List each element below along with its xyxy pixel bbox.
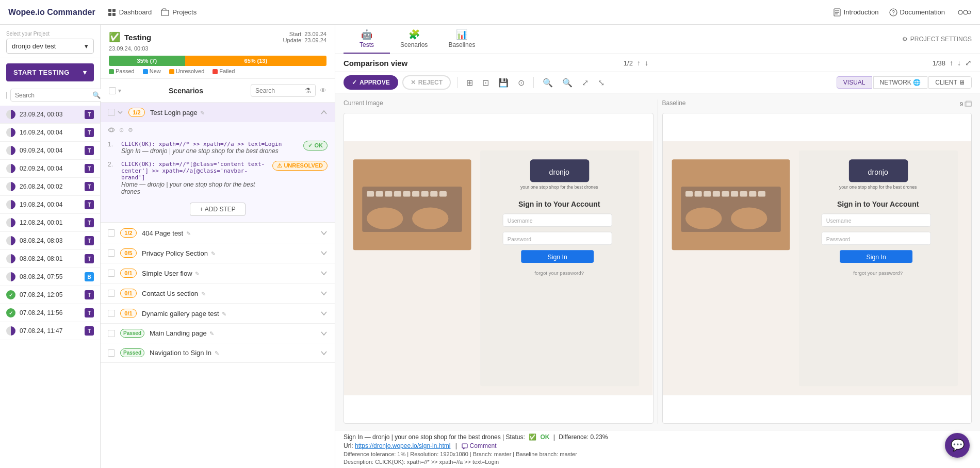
comment-icon bbox=[462, 443, 468, 449]
reject-button[interactable]: ✕ REJECT bbox=[402, 75, 451, 90]
scenarios-toolbar: ▾ Scenarios ⚗ 👁 bbox=[101, 79, 335, 103]
middle-panel: ✅ Testing Start: 23.09.24 Update: 23.09.… bbox=[101, 25, 335, 468]
run-item[interactable]: 19.08.24, 00:04 T bbox=[0, 196, 100, 214]
svg-point-55 bbox=[685, 208, 722, 229]
pagination-prev-icon[interactable]: ↑ bbox=[637, 59, 641, 67]
scenario-header-userflow[interactable]: 0/1 Simple User flow ✎ bbox=[101, 263, 335, 283]
chevron-down-icon bbox=[320, 270, 328, 277]
run-badge-t: T bbox=[85, 308, 94, 317]
baseline-header: Baseline 9 bbox=[662, 99, 972, 109]
sidebar-search-input[interactable] bbox=[15, 92, 92, 99]
svg-rect-54 bbox=[758, 191, 765, 197]
run-item[interactable]: 07.08.24, 11:56 T bbox=[0, 304, 100, 322]
save-icon-btn[interactable]: 💾 bbox=[496, 77, 511, 89]
scenario-header-login[interactable]: 1/2 Test Login page ✎ bbox=[101, 103, 335, 122]
run-item[interactable]: 07.08.24, 12:05 T bbox=[0, 286, 100, 304]
project-select-value: dronjo dev test bbox=[12, 42, 56, 50]
scenario-checkbox[interactable] bbox=[108, 310, 115, 317]
scenario-header-gallery[interactable]: 0/1 Dynamic gallery page test ✎ bbox=[101, 304, 335, 323]
scenarios-checkbox[interactable] bbox=[109, 87, 116, 94]
zoom-out-btn[interactable]: 🔍 bbox=[560, 77, 575, 89]
status-url-link[interactable]: https://dronjo.wopee.io/sign-in.html bbox=[355, 442, 450, 449]
filter-icon[interactable]: ⚗ bbox=[305, 87, 311, 94]
scenario-header-privacy[interactable]: 0/5 Privacy Policy Section ✎ bbox=[101, 243, 335, 263]
scenario-checkbox[interactable] bbox=[108, 290, 115, 297]
nav-dashboard[interactable]: Dashboard bbox=[108, 8, 152, 16]
scenario-checkbox[interactable] bbox=[108, 229, 115, 237]
logo: Wopee.io Commander bbox=[8, 8, 95, 17]
expand-btn[interactable]: ⤡ bbox=[595, 77, 607, 89]
approve-button[interactable]: ✓ APPROVE bbox=[344, 75, 398, 90]
visual-view-btn[interactable]: VISUAL bbox=[837, 76, 872, 89]
chat-bubble[interactable]: 💬 bbox=[945, 433, 970, 458]
run-item[interactable]: 08.08.24, 08:03 T bbox=[0, 232, 100, 250]
project-settings-link[interactable]: ⚙ PROJECT SETTINGS bbox=[902, 36, 972, 43]
project-select-dropdown[interactable]: dronjo dev test ▾ bbox=[6, 39, 94, 54]
project-settings-label: PROJECT SETTINGS bbox=[910, 36, 972, 43]
run-status-partial-icon bbox=[6, 128, 15, 137]
scenario-checkbox[interactable] bbox=[108, 349, 115, 357]
scenarios-search-input[interactable] bbox=[255, 87, 302, 94]
scenario-checkbox[interactable] bbox=[108, 109, 115, 116]
svg-text:dronjo: dronjo bbox=[549, 168, 569, 176]
run-badge-t: T bbox=[85, 236, 94, 245]
add-step-button[interactable]: + ADD STEP bbox=[190, 203, 246, 216]
scenario-checkbox[interactable] bbox=[108, 249, 115, 257]
image-prev-icon[interactable]: ↑ bbox=[950, 59, 953, 67]
chevron-down-icon bbox=[320, 349, 328, 357]
svg-point-12 bbox=[968, 11, 971, 14]
svg-point-56 bbox=[731, 208, 767, 229]
scenario-checkbox[interactable] bbox=[108, 270, 115, 277]
run-item[interactable]: 23.09.24, 00:03 T bbox=[0, 106, 100, 124]
run-item[interactable]: 02.09.24, 00:04 T bbox=[0, 160, 100, 178]
svg-rect-46 bbox=[685, 191, 693, 197]
run-item[interactable]: 12.08.24, 00:01 T bbox=[0, 214, 100, 232]
comparison-toolbar: Comparison view 1/2 ↑ ↓ 1/38 ↑ ↓ ⤢ bbox=[335, 54, 980, 72]
scenario-header-landing[interactable]: Passed Main Landing page ✎ bbox=[101, 324, 335, 343]
tab-tests[interactable]: 🤖 Tests bbox=[344, 25, 390, 54]
legend-passed: Passed bbox=[109, 68, 135, 74]
run-item[interactable]: 09.09.24, 00:04 T bbox=[0, 142, 100, 160]
svg-text:Sign in to Your Account: Sign in to Your Account bbox=[837, 200, 919, 208]
start-testing-button[interactable]: START TESTING ▾ bbox=[6, 63, 94, 81]
expand-icon[interactable]: ⤢ bbox=[965, 58, 972, 68]
scenario-expanded: ⊙ ⚙ 1. CLICK(OK): xpath=//* >> xpath=//a… bbox=[101, 122, 335, 223]
client-view-btn[interactable]: CLIENT 🖥 bbox=[928, 76, 972, 89]
scenario-toggle-icon[interactable]: ⊙ bbox=[119, 127, 124, 133]
network-view-btn[interactable]: NETWORK 🌐 bbox=[873, 76, 928, 89]
run-item[interactable]: 08.08.24, 08:01 T bbox=[0, 250, 100, 268]
sidebar-checkbox[interactable] bbox=[6, 92, 7, 99]
nav-projects[interactable]: Projects bbox=[161, 8, 197, 16]
svg-rect-47 bbox=[694, 191, 701, 197]
baseline-label: Baseline bbox=[662, 99, 686, 109]
scenario-sub-header: ⊙ ⚙ bbox=[108, 126, 328, 133]
run-item[interactable]: 26.08.24, 00:02 T bbox=[0, 178, 100, 196]
scenario-header-contact[interactable]: 0/1 Contact Us section ✎ bbox=[101, 283, 335, 303]
nav-introduction[interactable]: Introduction bbox=[833, 8, 879, 16]
toolbar-separator-2 bbox=[533, 77, 534, 88]
comment-link[interactable]: Comment bbox=[462, 442, 496, 449]
nav-documentation[interactable]: ? Documentation bbox=[889, 8, 945, 16]
image-next-icon[interactable]: ↓ bbox=[957, 59, 961, 67]
nav-users[interactable] bbox=[955, 8, 972, 16]
run-item[interactable]: 08.08.24, 07:55 B bbox=[0, 268, 100, 286]
scenario-header-404[interactable]: 1/2 404 Page test ✎ bbox=[101, 223, 335, 243]
crop-icon-btn[interactable]: ⊞ bbox=[464, 77, 476, 89]
eye-icon[interactable]: 👁 bbox=[320, 87, 326, 94]
tab-scenarios[interactable]: 🧩 Scenarios bbox=[390, 25, 438, 54]
main-layout: Select your Project dronjo dev test ▾ ST… bbox=[0, 25, 980, 468]
circle-icon-btn[interactable]: ⊙ bbox=[515, 77, 527, 89]
scenarios-checkbox-dropdown[interactable]: ▾ bbox=[118, 87, 121, 94]
tabs-row: 🤖 Tests 🧩 Scenarios 📊 Baselines ⚙ PROJEC… bbox=[335, 25, 980, 54]
tab-baselines[interactable]: 📊 Baselines bbox=[438, 25, 485, 54]
scenario-checkbox[interactable] bbox=[108, 330, 115, 337]
run-item[interactable]: 07.08.24, 11:47 T bbox=[0, 322, 100, 340]
scenario-header-signin[interactable]: Passed Navigation to Sign In ✎ bbox=[101, 343, 335, 362]
select-icon-btn[interactable]: ⊡ bbox=[480, 77, 492, 89]
run-badge-t: T bbox=[85, 128, 94, 137]
run-item[interactable]: 16.09.24, 00:04 T bbox=[0, 124, 100, 142]
pagination-next-icon[interactable]: ↓ bbox=[645, 59, 648, 67]
scenario-settings-icon[interactable]: ⚙ bbox=[128, 127, 133, 133]
fit-btn[interactable]: ⤢ bbox=[579, 77, 591, 89]
zoom-in-btn[interactable]: 🔍 bbox=[540, 77, 556, 89]
